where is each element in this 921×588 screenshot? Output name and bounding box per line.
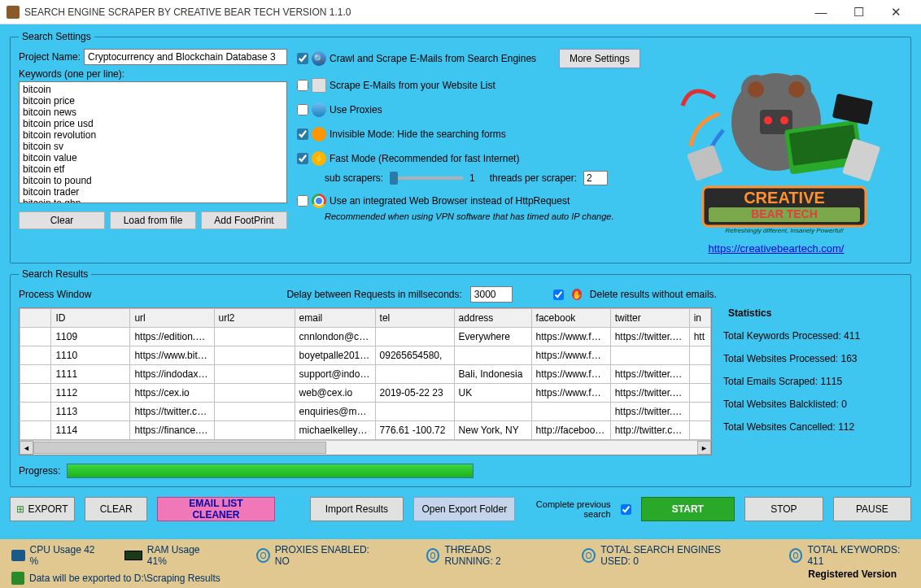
search-results-legend: Search Results xyxy=(19,268,91,280)
scroll-right-icon[interactable]: ► xyxy=(697,441,711,455)
column-header[interactable]: email xyxy=(295,309,375,328)
ram-icon xyxy=(124,551,142,560)
column-header[interactable]: twitter xyxy=(610,309,689,328)
fastmode-label: Fast Mode (Recommended for fast Internet… xyxy=(330,153,519,164)
export-path: Data will be exported to D:\Scraping Res… xyxy=(29,573,220,584)
ring-icon xyxy=(582,548,596,563)
email-cleaner-button[interactable]: EMAIL LIST CLEANER xyxy=(157,497,274,521)
table-row[interactable]: 1112https://cex.ioweb@cex.io2019-05-22 2… xyxy=(20,384,711,403)
hand-icon xyxy=(572,289,582,300)
export-icon xyxy=(11,572,24,585)
crawl-label: Crawl and Scrape E-Mails from Search Eng… xyxy=(330,53,536,64)
stat-keywords: Total Keywords Processed: 411 xyxy=(723,330,902,342)
column-header[interactable]: url2 xyxy=(214,309,295,328)
browser-label: Use an integrated Web Browser instead of… xyxy=(330,195,570,207)
complete-previous-checkbox[interactable] xyxy=(621,504,631,515)
fastmode-checkbox[interactable] xyxy=(297,153,308,164)
results-grid[interactable]: IDurlurl2emailteladdressfacebooktwitteri… xyxy=(19,307,712,455)
project-name-input[interactable] xyxy=(84,49,287,65)
scroll-left-icon[interactable]: ◄ xyxy=(20,441,33,455)
delay-input[interactable] xyxy=(470,286,513,303)
proxies-label: Use Proxies xyxy=(330,104,382,115)
weblist-checkbox[interactable] xyxy=(297,80,308,91)
svg-point-3 xyxy=(748,81,764,98)
titlebar: SEARCH ENGINE SCRAPER BY CREATIVE BEAR T… xyxy=(0,0,921,24)
browser-checkbox[interactable] xyxy=(297,195,308,207)
weblist-label: Scrape E-Mails from your Website List xyxy=(330,80,495,91)
table-row[interactable]: 1113https://twitter.comenquiries@mcsa...… xyxy=(20,403,711,421)
main-panel: Search Settings Project Name: Keywords (… xyxy=(0,24,921,539)
keywords-textarea[interactable]: bitcoin bitcoin price bitcoin news bitco… xyxy=(19,81,287,203)
column-header[interactable]: tel xyxy=(375,309,454,328)
keywords-status: TOTAL KEYWORDS: 411 xyxy=(807,544,910,567)
svg-point-6 xyxy=(764,116,772,124)
start-button[interactable]: START xyxy=(641,497,735,521)
open-folder-button[interactable]: Open Export Folder xyxy=(413,497,515,521)
delay-label: Delay between Requests in millseconds: xyxy=(286,289,461,300)
load-from-file-button[interactable]: Load from file xyxy=(110,211,196,229)
ring-icon xyxy=(256,548,270,563)
registered-version: Registered Version xyxy=(808,568,897,580)
column-header[interactable]: ID xyxy=(51,309,130,328)
firefox-icon xyxy=(312,127,326,142)
more-settings-button[interactable]: More Settings xyxy=(559,49,640,68)
clear-keywords-button[interactable]: Clear xyxy=(19,211,105,229)
minimize-button[interactable]: — xyxy=(802,0,840,24)
globe2-icon xyxy=(312,102,326,117)
chrome-icon xyxy=(312,194,326,208)
add-footprint-button[interactable]: Add FootPrint xyxy=(201,211,287,229)
stop-button[interactable]: STOP xyxy=(744,497,823,521)
stat-cancelled: Total Websites Cancelled: 112 xyxy=(723,421,902,433)
project-name-label: Project Name: xyxy=(19,51,84,63)
delete-label: Delete results without emails. xyxy=(590,289,717,300)
progress-label: Progress: xyxy=(19,465,60,477)
table-row[interactable]: 1110https://www.bitc...boyetpalle2014@..… xyxy=(20,346,711,365)
maximize-button[interactable]: ☐ xyxy=(840,0,877,24)
bolt-icon: ⚡ xyxy=(312,151,326,166)
threads-input[interactable] xyxy=(583,171,608,185)
stat-blacklist: Total Websites Balcklisted: 0 xyxy=(723,399,902,410)
svg-rect-10 xyxy=(832,94,873,125)
delete-checkbox[interactable] xyxy=(553,290,564,300)
clear-results-button[interactable]: CLEAR xyxy=(85,497,147,521)
search-settings-legend: Search Settings xyxy=(19,31,94,42)
status-bar: CPU Usage 42 % RAM Usage 41% PROXIES ENA… xyxy=(0,539,921,588)
app-icon xyxy=(7,6,20,19)
pause-button[interactable]: PAUSE xyxy=(833,497,911,521)
complete-previous-label: Complete previous search xyxy=(525,499,610,519)
import-results-button[interactable]: Import Results xyxy=(310,497,404,521)
globe-icon: 🔍 xyxy=(312,51,326,66)
column-header[interactable]: address xyxy=(454,309,531,328)
statistics-panel: Statistics Total Keywords Processed: 411… xyxy=(723,307,902,455)
column-header[interactable]: in xyxy=(689,309,710,328)
crawl-checkbox[interactable] xyxy=(297,53,308,64)
proxies-checkbox[interactable] xyxy=(297,104,308,115)
threads-status: THREADS RUNNING: 2 xyxy=(444,544,541,567)
table-row[interactable]: 1111https://indodax.c...support@indodax.… xyxy=(20,365,711,384)
svg-text:BEAR TECH: BEAR TECH xyxy=(751,207,818,220)
svg-rect-12 xyxy=(687,145,723,181)
window-title: SEARCH ENGINE SCRAPER BY CREATIVE BEAR T… xyxy=(24,7,802,18)
ring-icon xyxy=(426,548,440,563)
excel-icon: ⊞ xyxy=(16,503,24,515)
search-settings-group: Search Settings Project Name: Keywords (… xyxy=(10,31,911,264)
column-header[interactable] xyxy=(20,309,51,328)
engines-status: TOTAL SEARCH ENGINES USED: 0 xyxy=(600,544,748,567)
table-row[interactable]: 1114https://finance.y...michaelkelley@y.… xyxy=(20,421,711,440)
column-header[interactable]: url xyxy=(130,309,214,328)
logo-link[interactable]: https://creativebeartech.com/ xyxy=(650,242,902,255)
table-row[interactable]: 1109https://edition.cn...cnnlondon@cnn..… xyxy=(20,328,711,346)
column-header[interactable]: facebook xyxy=(531,309,610,328)
close-button[interactable]: ✕ xyxy=(877,0,914,24)
export-button[interactable]: ⊞EXPORT xyxy=(10,497,75,521)
invisible-checkbox[interactable] xyxy=(297,128,308,140)
logo-image: CREATIVE BEAR TECH Refreshingly differen… xyxy=(658,49,894,236)
stats-title: Statistics xyxy=(728,307,771,319)
ring-icon xyxy=(789,548,803,563)
stat-websites: Total Websites Processed: 163 xyxy=(723,353,902,364)
sub-scrapers-slider[interactable] xyxy=(390,176,463,180)
sub-scrapers-value: 1 xyxy=(469,172,475,184)
svg-point-4 xyxy=(788,81,805,98)
keywords-label: Keywords (one per line): xyxy=(19,68,287,80)
grid-scrollbar[interactable]: ◄ ► xyxy=(20,440,711,455)
